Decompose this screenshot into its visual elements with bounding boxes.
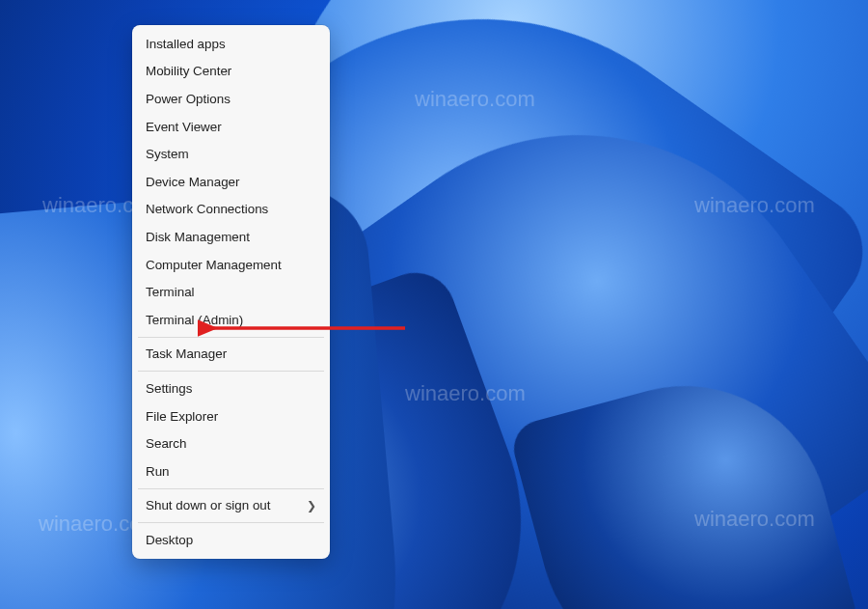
menu-separator [138, 371, 324, 372]
menu-item-task-manager[interactable]: Task Manager [134, 341, 328, 369]
menu-item-label: Task Manager [146, 346, 227, 361]
menu-item-terminal[interactable]: Terminal [134, 278, 328, 306]
menu-item-label: Shut down or sign out [146, 498, 271, 512]
menu-item-label: Installed apps [146, 37, 226, 51]
winx-context-menu: Installed apps Mobility Center Power Opt… [132, 25, 330, 559]
menu-item-label: Computer Management [146, 258, 282, 272]
menu-item-power-options[interactable]: Power Options [134, 85, 328, 113]
menu-separator [138, 337, 324, 338]
menu-item-label: Desktop [146, 533, 193, 547]
menu-item-label: Event Viewer [146, 120, 222, 134]
menu-item-search[interactable]: Search [134, 429, 328, 457]
menu-item-label: Search [146, 436, 186, 451]
menu-item-disk-management[interactable]: Disk Management [134, 223, 328, 251]
chevron-right-icon: ❯ [307, 499, 316, 512]
menu-item-device-manager[interactable]: Device Manager [134, 168, 328, 196]
menu-item-settings[interactable]: Settings [134, 374, 328, 402]
menu-item-file-explorer[interactable]: File Explorer [134, 402, 328, 430]
desktop-wallpaper [0, 0, 868, 609]
menu-item-terminal-admin[interactable]: Terminal (Admin) [134, 306, 328, 334]
menu-item-event-viewer[interactable]: Event Viewer [134, 113, 328, 141]
menu-item-label: File Explorer [146, 409, 218, 424]
menu-separator [138, 522, 324, 523]
menu-item-label: Network Connections [146, 202, 268, 216]
menu-item-run[interactable]: Run [134, 457, 328, 485]
menu-item-computer-management[interactable]: Computer Management [134, 251, 328, 279]
menu-item-label: Terminal (Admin) [146, 313, 243, 327]
menu-item-label: Device Manager [146, 175, 240, 189]
menu-item-label: Power Options [146, 92, 231, 106]
menu-item-shut-down-or-sign-out[interactable]: Shut down or sign out ❯ [134, 492, 328, 520]
menu-item-system[interactable]: System [134, 140, 328, 168]
menu-item-label: Disk Management [146, 230, 250, 244]
menu-item-label: System [146, 147, 189, 161]
menu-item-desktop[interactable]: Desktop [134, 526, 328, 554]
menu-item-installed-apps[interactable]: Installed apps [134, 30, 328, 58]
menu-item-label: Run [146, 464, 170, 479]
menu-item-label: Mobility Center [146, 64, 231, 78]
menu-separator [138, 488, 324, 489]
menu-item-mobility-center[interactable]: Mobility Center [134, 58, 328, 86]
menu-item-network-connections[interactable]: Network Connections [134, 196, 328, 224]
menu-item-label: Terminal [146, 285, 195, 299]
menu-item-label: Settings [146, 381, 192, 396]
